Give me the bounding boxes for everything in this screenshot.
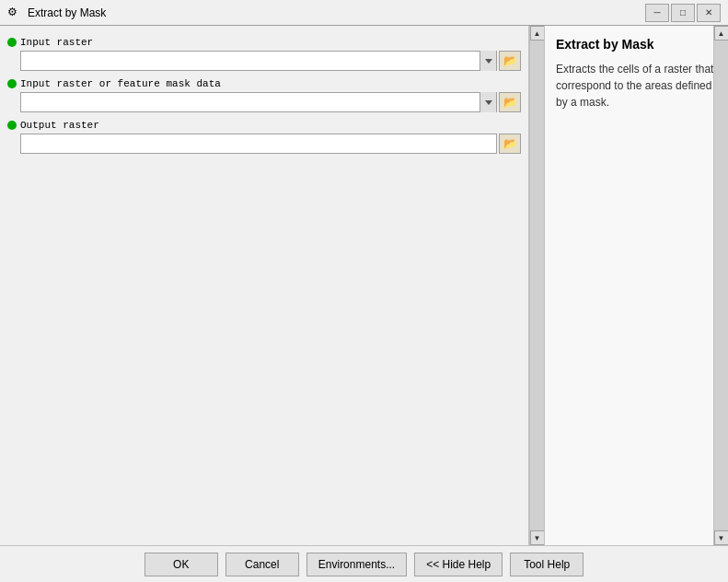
left-panel: Input raster 📂 bbox=[0, 26, 529, 545]
folder-icon-2: 📂 bbox=[503, 96, 517, 109]
scroll-track[interactable] bbox=[530, 41, 544, 530]
form-area: Input raster 📂 bbox=[0, 26, 528, 545]
right-panel-title: Extract by Mask bbox=[556, 37, 717, 52]
folder-icon: 📂 bbox=[503, 54, 517, 67]
input-mask-combo[interactable] bbox=[20, 92, 497, 112]
input-mask-label-row: Input raster or feature mask data bbox=[7, 78, 521, 89]
output-raster-label: Output raster bbox=[20, 120, 99, 131]
right-panel-description: Extracts the cells of a raster that corr… bbox=[556, 61, 717, 111]
input-mask-browse-btn[interactable]: 📂 bbox=[499, 92, 521, 112]
bottom-bar: OK Cancel Environments... << Hide Help T… bbox=[0, 545, 728, 582]
minimize-button[interactable]: ─ bbox=[645, 4, 669, 22]
input-raster-field[interactable] bbox=[21, 52, 480, 70]
left-scrollbar: ▲ ▼ bbox=[529, 26, 544, 545]
cancel-button[interactable]: Cancel bbox=[225, 553, 299, 576]
tool-help-button[interactable]: Tool Help bbox=[510, 553, 584, 576]
input-mask-input-row: 📂 bbox=[20, 92, 521, 112]
right-panel: Extract by Mask Extracts the cells of a … bbox=[544, 26, 728, 545]
input-mask-group: Input raster or feature mask data 📂 bbox=[7, 78, 521, 112]
input-raster-combo[interactable] bbox=[20, 51, 497, 71]
output-raster-input-row: 📂 bbox=[20, 134, 521, 154]
input-mask-field[interactable] bbox=[21, 93, 480, 111]
ok-button[interactable]: OK bbox=[144, 553, 218, 576]
input-raster-group: Input raster 📂 bbox=[7, 37, 521, 71]
window-icon: ⚙ bbox=[7, 6, 22, 20]
input-raster-browse-btn[interactable]: 📂 bbox=[499, 51, 521, 71]
title-bar-controls: ─ □ ✕ bbox=[645, 4, 721, 22]
right-scrollbar: ▲ ▼ bbox=[713, 26, 728, 545]
input-raster-label: Input raster bbox=[20, 37, 93, 48]
title-bar: ⚙ Extract by Mask ─ □ ✕ bbox=[0, 0, 728, 26]
right-scroll-track[interactable] bbox=[714, 41, 728, 530]
left-panel-wrapper: Input raster 📂 bbox=[0, 26, 544, 545]
scroll-up-arrow[interactable]: ▲ bbox=[530, 26, 545, 41]
maximize-button[interactable]: □ bbox=[671, 4, 695, 22]
required-indicator-2 bbox=[7, 79, 17, 88]
right-panel-content: Extract by Mask Extracts the cells of a … bbox=[545, 26, 728, 545]
dropdown-arrow-icon-2 bbox=[485, 100, 492, 105]
close-button[interactable]: ✕ bbox=[697, 4, 721, 22]
folder-icon-3: 📂 bbox=[503, 137, 517, 150]
input-mask-label: Input raster or feature mask data bbox=[20, 78, 221, 89]
environments-button[interactable]: Environments... bbox=[306, 553, 407, 576]
scroll-down-arrow[interactable]: ▼ bbox=[530, 530, 545, 545]
input-raster-input-row: 📂 bbox=[20, 51, 521, 71]
output-raster-browse-btn[interactable]: 📂 bbox=[499, 134, 521, 154]
required-indicator-3 bbox=[7, 121, 17, 130]
output-raster-field[interactable] bbox=[20, 134, 497, 154]
right-scroll-down[interactable]: ▼ bbox=[714, 530, 729, 545]
dropdown-arrow-icon bbox=[485, 59, 492, 64]
input-mask-dropdown-btn[interactable] bbox=[480, 92, 496, 112]
main-content: Input raster 📂 bbox=[0, 26, 728, 545]
window-title: Extract by Mask bbox=[28, 6, 106, 19]
hide-help-button[interactable]: << Hide Help bbox=[414, 553, 503, 576]
output-raster-label-row: Output raster bbox=[7, 120, 521, 131]
right-scroll-up[interactable]: ▲ bbox=[714, 26, 729, 41]
input-raster-dropdown-btn[interactable] bbox=[480, 51, 496, 71]
output-raster-group: Output raster 📂 bbox=[7, 120, 521, 154]
required-indicator bbox=[7, 38, 17, 47]
input-raster-label-row: Input raster bbox=[7, 37, 521, 48]
